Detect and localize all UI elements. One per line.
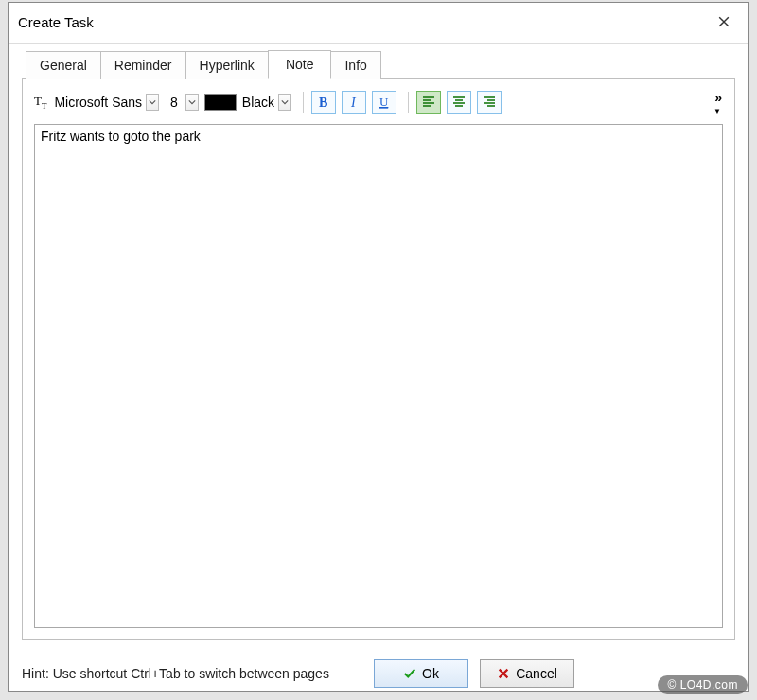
color-swatch[interactable]: [204, 94, 237, 111]
color-label: Black: [238, 93, 276, 112]
cancel-button[interactable]: Cancel: [480, 659, 574, 688]
close-icon: [718, 16, 730, 27]
note-editor[interactable]: Fritz wants to goto the park: [34, 124, 723, 628]
separator: [303, 92, 304, 113]
chevron-down-icon: [281, 98, 289, 106]
tab-label: General: [40, 58, 87, 73]
tab-panel-note: TT Microsoft Sans 8 Black B: [22, 78, 735, 640]
tab-bar: General Reminder Hyperlink Note Info: [22, 49, 735, 78]
underline-icon: U: [377, 95, 392, 110]
close-button[interactable]: [709, 10, 739, 33]
font-size-display: 8: [165, 93, 184, 112]
font-name-display: Microsoft Sans: [52, 93, 144, 112]
italic-icon: I: [346, 95, 361, 110]
align-left-button[interactable]: [416, 91, 441, 114]
window-title: Create Task: [18, 14, 94, 30]
font-size-dropdown[interactable]: [185, 94, 199, 111]
tab-label: Note: [286, 57, 314, 72]
dialog-window: Create Task General Reminder Hyperlink N…: [8, 2, 749, 692]
triangle-down-icon: ▼: [713, 107, 721, 115]
ok-button[interactable]: Ok: [374, 659, 468, 688]
chevrons-icon: »: [714, 90, 720, 105]
align-right-icon: [482, 95, 497, 110]
tab-label: Info: [344, 58, 366, 73]
svg-text:I: I: [350, 96, 357, 110]
bold-button[interactable]: B: [311, 91, 336, 114]
titlebar: Create Task: [9, 3, 748, 44]
cancel-label: Cancel: [516, 666, 557, 681]
check-icon: [403, 667, 416, 680]
content-area: General Reminder Hyperlink Note Info TT …: [9, 44, 748, 650]
tab-general[interactable]: General: [26, 51, 101, 79]
align-left-icon: [421, 95, 436, 110]
dialog-footer: Hint: Use shortcut Ctrl+Tab to switch be…: [9, 650, 748, 691]
watermark: © LO4D.com: [658, 675, 748, 694]
tab-info[interactable]: Info: [330, 51, 380, 79]
underline-button[interactable]: U: [372, 91, 396, 114]
ok-label: Ok: [422, 666, 439, 681]
formatting-toolbar: TT Microsoft Sans 8 Black B: [34, 88, 723, 116]
svg-text:U: U: [379, 95, 389, 109]
chevron-down-icon: [149, 98, 156, 106]
tab-label: Reminder: [114, 58, 172, 73]
hint-text: Hint: Use shortcut Ctrl+Tab to switch be…: [22, 665, 362, 682]
toolbar-overflow-button[interactable]: » ▼: [713, 90, 723, 115]
align-center-button[interactable]: [447, 91, 471, 114]
italic-button[interactable]: I: [342, 91, 366, 114]
align-right-button[interactable]: [477, 91, 502, 114]
tab-note[interactable]: Note: [268, 50, 332, 79]
align-center-icon: [451, 95, 467, 110]
tab-hyperlink[interactable]: Hyperlink: [185, 51, 269, 79]
tab-reminder[interactable]: Reminder: [100, 51, 186, 79]
bold-icon: B: [316, 95, 331, 110]
chevron-down-icon: [188, 98, 196, 106]
svg-text:B: B: [319, 96, 327, 110]
color-dropdown[interactable]: [278, 94, 291, 111]
tab-label: Hyperlink: [200, 58, 255, 73]
font-family-icon: TT: [34, 94, 46, 111]
cancel-icon: [497, 667, 510, 680]
font-name-dropdown[interactable]: [146, 94, 159, 111]
separator: [408, 92, 409, 113]
